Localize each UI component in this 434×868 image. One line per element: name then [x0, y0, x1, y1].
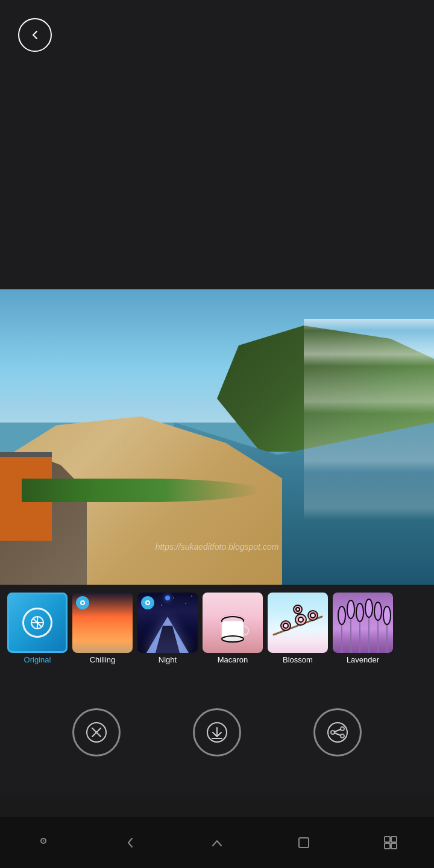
nav-bar — [0, 817, 434, 868]
svg-rect-51 — [385, 843, 390, 849]
filter-macaron-label: Macaron — [218, 655, 248, 664]
macaron-bg — [203, 593, 263, 653]
svg-point-29 — [347, 600, 354, 618]
filter-lavender[interactable]: Lavender — [333, 593, 393, 664]
lavender-bg — [333, 593, 393, 653]
share-button[interactable] — [313, 708, 362, 756]
svg-point-42 — [331, 731, 335, 734]
beach-scene: https://sukaeditfoto.blogspot.com — [0, 289, 434, 585]
svg-point-30 — [356, 603, 363, 621]
chilling-badge — [76, 596, 89, 609]
filter-blossom[interactable]: Blossom — [268, 593, 328, 664]
top-bar — [0, 0, 434, 289]
nav-home[interactable] — [28, 828, 58, 858]
filter-night-label: Night — [159, 655, 177, 664]
filter-blossom-label: Blossom — [283, 655, 313, 664]
filter-blossom-thumb — [268, 593, 328, 653]
green-algae — [22, 479, 260, 502]
svg-point-33 — [383, 606, 391, 624]
filter-strip: Original Chilling — [0, 585, 434, 672]
svg-point-31 — [365, 599, 373, 617]
svg-line-44 — [335, 729, 341, 732]
svg-point-11 — [222, 636, 244, 642]
svg-point-19 — [310, 613, 315, 618]
original-icon — [22, 608, 52, 638]
filter-original[interactable]: Original — [7, 593, 68, 664]
svg-point-41 — [341, 727, 344, 731]
filter-original-label: Original — [24, 655, 51, 664]
filter-original-thumb — [7, 593, 68, 653]
svg-point-43 — [341, 734, 344, 738]
cancel-button[interactable] — [72, 708, 121, 756]
svg-rect-50 — [391, 837, 397, 842]
watermark: https://sukaeditfoto.blogspot.com — [156, 542, 279, 552]
night-badge — [141, 596, 154, 609]
nav-back[interactable] — [115, 828, 145, 858]
filter-night-thumb — [137, 593, 198, 653]
filter-macaron[interactable]: Macaron — [203, 593, 263, 664]
svg-rect-48 — [299, 838, 309, 848]
svg-rect-52 — [391, 843, 397, 849]
bottom-actions — [0, 672, 434, 793]
nav-recent[interactable] — [289, 828, 319, 858]
night-road — [156, 626, 180, 653]
back-button[interactable] — [18, 18, 52, 52]
filter-night[interactable]: Night — [137, 593, 198, 664]
filter-macaron-thumb — [203, 593, 263, 653]
image-area: https://sukaeditfoto.blogspot.com — [0, 289, 434, 585]
svg-rect-49 — [385, 837, 390, 842]
blossom-bg — [268, 593, 328, 653]
svg-line-45 — [335, 733, 341, 735]
svg-point-21 — [296, 608, 300, 611]
nav-split[interactable] — [376, 828, 406, 858]
waves — [304, 319, 434, 555]
svg-point-5 — [81, 602, 84, 604]
filter-chilling-thumb — [72, 593, 133, 653]
filter-chilling-label: Chilling — [90, 655, 116, 664]
svg-point-47 — [43, 840, 44, 841]
download-button[interactable] — [193, 708, 241, 756]
filter-lavender-label: Lavender — [347, 655, 379, 664]
svg-point-17 — [298, 617, 303, 622]
svg-point-28 — [338, 606, 345, 624]
svg-point-32 — [374, 602, 382, 620]
filter-chilling[interactable]: Chilling — [72, 593, 133, 664]
filter-lavender-thumb — [333, 593, 393, 653]
svg-point-7 — [146, 602, 149, 604]
nav-up[interactable] — [202, 828, 232, 858]
svg-point-15 — [283, 623, 288, 628]
